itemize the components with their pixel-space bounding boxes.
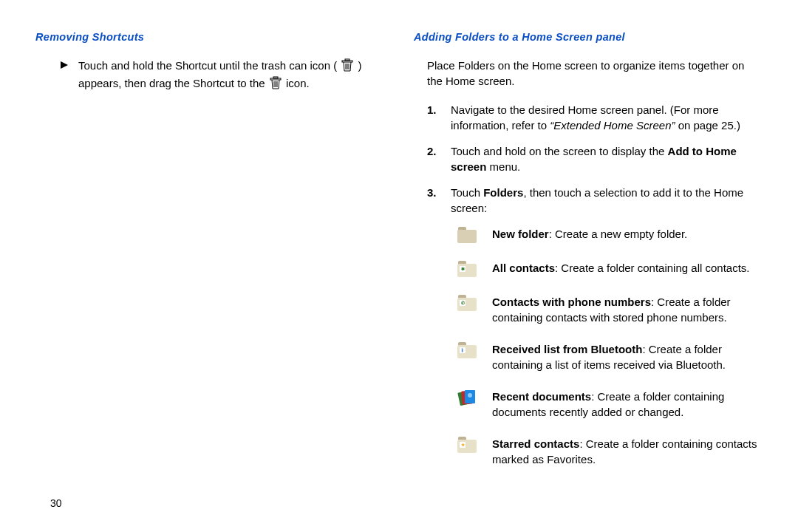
heading-adding-folders: Adding Folders to a Home Screen panel [414,30,763,44]
step-2: 2. Touch and hold on the screen to displ… [427,143,763,174]
step-text-pre: Touch and hold on the screen to display … [451,145,668,157]
folder-contacts-icon: ✱ [457,260,477,278]
numbered-list: 1. Navigate to the desired Home screen p… [414,102,763,216]
step-text-pre: Touch [451,186,483,199]
folder-text: Starred contacts: Create a folder contai… [492,436,763,467]
folder-text: Contacts with phone numbers: Create a fo… [492,294,763,325]
trash-icon [341,58,353,75]
step-text-post: menu. [486,160,520,173]
folder-bluetooth-icon: ᛒ [457,341,477,359]
folder-title: New folder [492,228,549,240]
left-column: Removing Shortcuts Touch and hold the Sh… [35,30,384,483]
folder-bluetooth: ᛒ Received list from Bluetooth: Create a… [457,341,763,372]
folder-star-icon: ★ [457,436,477,454]
step-reference: “Extended Home Screen” [550,119,675,132]
folder-all-contacts: ✱ All contacts: Create a folder containi… [457,260,763,278]
svg-rect-2 [345,59,349,61]
step-number: 1. [427,102,440,133]
step-body: Touch and hold on the screen to display … [451,143,763,174]
step-text-post: on page 25.) [675,119,740,132]
bullet-post-text: icon. [286,77,310,89]
bullet-triangle-icon [61,58,68,93]
folder-title: Contacts with phone numbers [492,296,651,308]
folder-new: New folder: Create a new empty folder. [457,226,763,244]
page-number: 30 [50,497,62,511]
svg-rect-7 [273,77,278,78]
documents-icon [457,389,477,406]
step-body: Navigate to the desired Home screen pane… [451,102,763,133]
folder-text: All contacts: Create a folder containing… [492,260,763,276]
folder-title: Starred contacts [492,437,579,450]
bullet-pre-text: Touch and hold the Shortcut until the tr… [78,59,337,72]
folder-title: All contacts [492,262,555,274]
trash-icon [270,76,282,93]
folder-desc: : Create a new empty folder. [549,228,688,240]
step-body: Touch Folders, then touch a selection to… [451,185,763,216]
folder-recent-documents: Recent documents: Create a folder contai… [457,389,763,420]
step-number: 2. [427,143,440,174]
folder-contacts-phone: ✆ Contacts with phone numbers: Create a … [457,294,763,325]
heading-removing-shortcuts: Removing Shortcuts [35,30,384,44]
folder-phone-icon: ✆ [457,294,477,312]
step-1: 1. Navigate to the desired Home screen p… [427,102,763,133]
step-3: 3. Touch Folders, then touch a selection… [427,185,763,216]
folder-text: Received list from Bluetooth: Create a f… [492,341,763,372]
right-column: Adding Folders to a Home Screen panel Pl… [414,30,763,483]
bullet-text: Touch and hold the Shortcut until the tr… [78,58,384,93]
folder-title: Received list from Bluetooth [492,343,642,355]
folder-text: New folder: Create a new empty folder. [492,226,763,242]
folder-desc: : Create a folder containing all contact… [555,262,749,274]
step-bold: Folders [483,186,523,199]
bullet-item: Touch and hold the Shortcut until the tr… [35,58,384,93]
step-number: 3. [427,185,440,216]
folder-icon [457,226,477,244]
folder-title: Recent documents [492,390,591,403]
folder-starred-contacts: ★ Starred contacts: Create a folder cont… [457,436,763,467]
intro-paragraph: Place Folders on the Home screen to orga… [414,58,763,89]
page-columns: Removing Shortcuts Touch and hold the Sh… [35,30,763,483]
svg-point-14 [468,393,472,398]
folder-text: Recent documents: Create a folder contai… [492,389,763,420]
folder-list: New folder: Create a new empty folder. ✱… [414,226,763,467]
svg-marker-0 [61,61,68,69]
